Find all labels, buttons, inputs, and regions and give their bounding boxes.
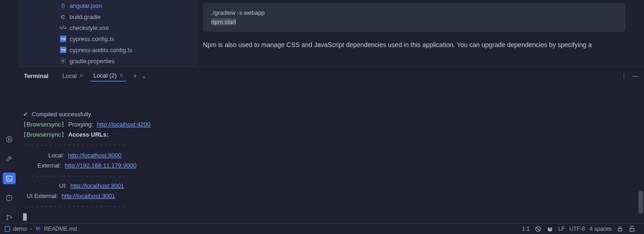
json-icon: {} [60, 2, 66, 9]
terminal-tab-local[interactable]: Local× [59, 72, 86, 79]
gear-icon [60, 58, 66, 64]
close-icon[interactable]: × [119, 72, 123, 79]
file-name: cypress-audits.config.ts [70, 47, 132, 54]
ts-icon: TS [60, 36, 66, 42]
ui-ext-label: UI External: [27, 192, 58, 199]
project-icon [4, 225, 11, 233]
play-icon[interactable] [3, 134, 16, 145]
terminal-title: Terminal [24, 72, 48, 79]
terminal-icon[interactable] [3, 173, 16, 184]
svg-point-6 [62, 60, 64, 62]
svg-point-5 [11, 217, 12, 218]
hammer-icon[interactable] [3, 153, 16, 164]
git-icon[interactable] [3, 212, 16, 223]
close-icon[interactable]: × [79, 72, 83, 79]
proxy-url[interactable]: http://localhost:4200 [97, 121, 150, 128]
divider: - - - - - - - - - - - - - - - - - - - - … [27, 172, 125, 179]
prose-text: Npm is also used to manage CSS and JavaS… [203, 40, 626, 50]
more-icon[interactable]: ⋮ [621, 72, 627, 79]
proxy-label: Proxying: [68, 121, 93, 128]
file-name: build.gradle [70, 13, 100, 20]
code-block: ./gradlew -x webapp npm start [203, 3, 626, 32]
terminal-tab-local-2[interactable]: Local (2)× [90, 72, 126, 82]
ui-label: UI: [59, 182, 67, 189]
file-checkstyle-xml[interactable]: </>checkstyle.xml [60, 22, 198, 33]
check-icon: ✔ [23, 111, 28, 118]
code-line-highlighted: npm start [211, 18, 236, 25]
file-cypress-audits-config[interactable]: TScypress-audits.config.ts [60, 44, 198, 55]
file-gradle-properties[interactable]: gradle.properties [60, 55, 198, 66]
terminal-tabs: Terminal Local× Local (2)× + ⌄ ⋮ — [18, 67, 644, 84]
minimize-icon[interactable]: — [632, 72, 638, 79]
terminal-output[interactable]: ✔ Compiled successfully. [Browsersync] P… [18, 84, 644, 234]
compiled-msg: Compiled successfully. [32, 111, 92, 118]
external-label: External: [37, 162, 61, 169]
file-name: gradle.properties [70, 58, 115, 65]
editor-preview: ./gradlew -x webapp npm start Npm is als… [198, 0, 644, 66]
activity-bar [0, 0, 18, 223]
ts-icon: TS [60, 47, 66, 53]
browsersync-label: Browsersync [27, 131, 61, 138]
svg-point-3 [7, 215, 8, 216]
terminal-cursor [23, 213, 27, 221]
svg-rect-1 [6, 176, 12, 181]
file-name: cypress.config.ts [70, 36, 114, 42]
divider: - - - - - - - - - - - - - - - - - - - - … [27, 203, 125, 210]
chevron-down-icon[interactable]: ⌄ [142, 72, 147, 79]
file-angular-json[interactable]: {}angular.json [60, 0, 198, 11]
problems-icon[interactable] [3, 192, 16, 204]
external-url[interactable]: http://192.168.11.179:9000 [65, 162, 136, 169]
gradle-icon [60, 13, 66, 20]
file-cypress-config[interactable]: TScypress.config.ts [60, 33, 198, 44]
svg-rect-7 [5, 226, 10, 231]
divider: - - - - - - - - - - - - - - - - - - - - … [27, 141, 125, 148]
ui-ext-url[interactable]: http://localhost:3001 [62, 192, 115, 199]
file-name: checkstyle.xml [70, 24, 109, 31]
file-build-gradle[interactable]: build.gradle [60, 11, 198, 22]
xml-icon: </> [60, 24, 66, 31]
ui-url[interactable]: http://localhost:3001 [71, 182, 124, 189]
svg-point-0 [6, 137, 12, 142]
code-line: ./gradlew -x webapp [211, 8, 617, 18]
tab-label: Local [62, 72, 77, 79]
add-terminal-button[interactable]: + [133, 72, 137, 79]
terminal-panel: Terminal Local× Local (2)× + ⌄ ⋮ — ✔ Com… [18, 66, 644, 234]
browsersync-label: Browsersync [27, 121, 61, 128]
tab-label: Local (2) [93, 72, 117, 79]
svg-point-4 [7, 219, 8, 220]
local-url[interactable]: http://localhost:9000 [68, 152, 121, 159]
file-name: angular.json [70, 2, 102, 9]
access-urls-label: Access URLs: [68, 131, 108, 138]
local-label: Local: [48, 152, 65, 159]
file-tree: {}angular.json build.gradle </>checkstyl… [18, 0, 198, 66]
scrollbar[interactable] [638, 191, 643, 214]
